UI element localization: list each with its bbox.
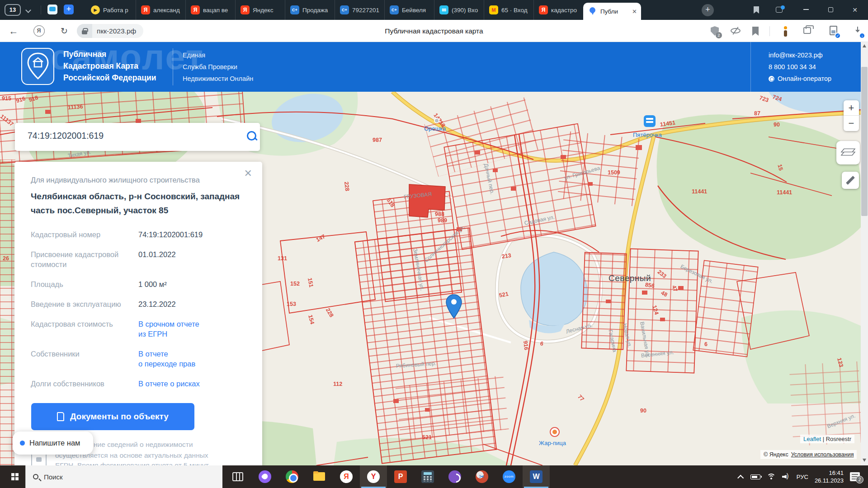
screenshot-icon[interactable]: ✓	[827, 25, 839, 37]
map-pin[interactable]	[445, 294, 462, 320]
provider-label: Rosreestr	[826, 436, 851, 442]
operator-icon	[769, 76, 774, 82]
collections-icon[interactable]	[801, 25, 813, 37]
tray-chevron-icon[interactable]	[737, 475, 744, 481]
service-subtitle: Единая Служба Проверки Недвижимости Онла…	[183, 49, 253, 84]
page-scrollbar[interactable]	[861, 42, 868, 465]
taskbar-word[interactable]: W	[523, 465, 550, 488]
info-row: Кадастровый номер74:19:1202001:619	[31, 230, 248, 239]
browser-tab-4[interactable]: С+Продажа	[285, 0, 335, 20]
taskbar-yandex-app[interactable]: Я	[333, 465, 360, 488]
window-maximize-button[interactable]	[820, 0, 841, 20]
bookmark-flag-button[interactable]	[746, 0, 767, 20]
browser-tab-2[interactable]: Явацап ве	[185, 0, 235, 20]
taskbar-viber[interactable]	[441, 465, 468, 488]
downloads-icon[interactable]: ↓	[852, 25, 863, 37]
search-input[interactable]: 74:19:1202001:619	[28, 131, 104, 141]
contact-email[interactable]: info@пкк-2023.рф	[769, 49, 831, 61]
tab-strip: ▶Работа рЯалександЯвацап веЯЯндексС+Прод…	[86, 0, 641, 20]
poi-label[interactable]: Орешка	[424, 125, 446, 132]
browser-tab-6[interactable]: С+Бейвеля	[384, 0, 434, 20]
browser-tab-0[interactable]: ▶Работа р	[86, 0, 136, 20]
taskbar-powerpoint[interactable]: P	[387, 465, 414, 488]
site-header: самолет Публичная Кадастровая Карта Росс…	[0, 42, 861, 92]
back-button[interactable]: ←	[6, 20, 21, 42]
browser-tab-9[interactable]: Якадастро	[533, 0, 583, 20]
lock-icon[interactable]	[77, 24, 92, 38]
language-indicator[interactable]: РУС	[797, 474, 808, 480]
url-field[interactable]: пкк-2023.рф	[77, 24, 143, 38]
cadastral-search-box[interactable]: 74:19:1202001:619	[15, 123, 260, 151]
measure-button[interactable]	[842, 172, 859, 189]
zoom-in-button[interactable]: +	[844, 100, 859, 116]
scrollbar-thumb[interactable]	[861, 67, 868, 216]
row-value: 23.12.2022	[138, 299, 176, 309]
start-button[interactable]	[5, 465, 25, 488]
map-label-parcel: 87	[754, 110, 760, 117]
taskbar-explorer[interactable]	[306, 465, 333, 488]
poi-label[interactable]: Жар-пица	[539, 440, 566, 446]
taskbar-yandex-browser[interactable]: Y	[360, 465, 387, 488]
online-operator-link[interactable]: Онлайн-оператор	[769, 73, 831, 84]
taskbar-task-view[interactable]	[224, 465, 251, 488]
clock[interactable]: 16:41 26.11.2023	[815, 469, 844, 484]
cplus-icon: С+	[290, 5, 299, 14]
chat-widget[interactable]: Напишите нам	[13, 432, 93, 455]
browser-tab-7[interactable]: ✉(390) Вхо	[434, 0, 484, 20]
browser-tab-5[interactable]: С+79227201	[335, 0, 384, 20]
search-icon[interactable]	[246, 131, 258, 142]
row-value-link[interactable]: В отчете о переходе прав	[138, 349, 195, 369]
side-panel-button[interactable]	[769, 0, 789, 20]
tab-list-chevron-icon[interactable]	[25, 7, 31, 13]
browser-tab-8[interactable]: M65 · Вход	[484, 0, 533, 20]
snip-icon: ✂	[476, 470, 488, 483]
taskbar-calculator[interactable]	[414, 465, 441, 488]
hide-data-icon[interactable]	[730, 25, 741, 37]
powerpoint-icon: P	[394, 470, 407, 483]
window-close-button[interactable]: ✕	[844, 0, 865, 20]
poi-label[interactable]: Пятёрочка	[633, 131, 662, 138]
documents-button[interactable]: Документы по объекту	[31, 403, 194, 430]
pyaterochka-poi-icon[interactable]	[644, 115, 656, 127]
taskbar-search[interactable]: Поиск	[25, 465, 222, 488]
yandex-home-button[interactable]: Я	[32, 20, 46, 42]
leaflet-link[interactable]: Leaflet	[803, 436, 821, 442]
new-tab-button[interactable]: +	[702, 4, 714, 16]
bookmark-icon[interactable]	[750, 25, 761, 37]
messenger-icon[interactable]	[47, 5, 57, 14]
window-minimize-button[interactable]	[796, 0, 816, 20]
browser-tab-3[interactable]: ЯЯндекс	[235, 0, 285, 20]
protect-shield-icon[interactable]: 2	[709, 25, 721, 37]
parcel-category: Для индивидуального жилищного строительс…	[31, 176, 248, 184]
info-icon[interactable]	[779, 25, 791, 37]
action-center-icon[interactable]: 2	[850, 472, 860, 481]
row-value-link[interactable]: В отчете о рисках	[138, 379, 200, 389]
browser-tab-1[interactable]: Яалександ	[136, 0, 185, 20]
zoom-out-button[interactable]: −	[844, 116, 859, 131]
map-pin-icon	[588, 7, 597, 16]
tab-counter[interactable]: 13	[5, 4, 21, 16]
oreshka-poi-icon[interactable]	[434, 118, 439, 123]
tab-close-icon[interactable]: ✕	[632, 8, 641, 15]
plus-tile-icon[interactable]: +	[64, 5, 74, 14]
reload-button[interactable]: ↻	[57, 20, 71, 42]
yandex-icon: Я	[241, 5, 250, 14]
zhar-pizza-poi-icon[interactable]	[550, 427, 560, 437]
taskbar-snip[interactable]: ✂	[468, 465, 495, 488]
browser-tab-10[interactable]: Публи✕	[583, 3, 641, 20]
volume-icon[interactable]	[782, 474, 790, 480]
scroll-down-arrow[interactable]	[863, 459, 866, 462]
taskbar-zoom[interactable]: zoom	[495, 465, 523, 488]
scroll-up-arrow[interactable]	[863, 44, 866, 47]
windows-icon	[11, 473, 14, 476]
terms-link[interactable]: Условия использования	[791, 451, 854, 458]
battery-icon[interactable]	[750, 474, 760, 479]
site-logo[interactable]	[21, 48, 54, 85]
row-value-link[interactable]: В срочном отчете из ЕГРН	[138, 319, 199, 339]
taskbar-chrome[interactable]	[278, 465, 306, 488]
taskbar-alice[interactable]	[251, 465, 278, 488]
contact-phone[interactable]: 8 800 100 34 34	[769, 61, 831, 73]
wifi-icon[interactable]	[767, 474, 776, 480]
map-label-parcel: 1509	[608, 169, 620, 176]
layers-button[interactable]	[836, 141, 860, 164]
